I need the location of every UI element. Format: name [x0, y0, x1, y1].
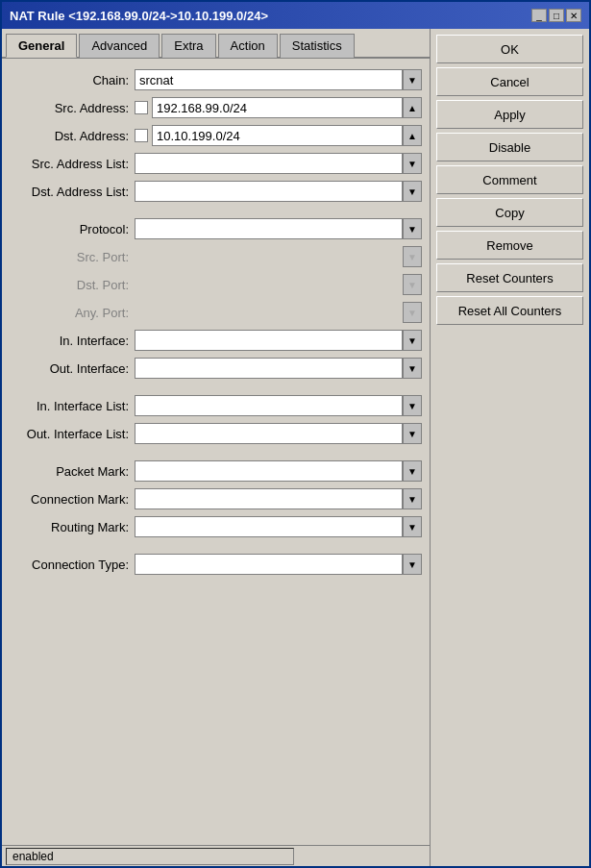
connection-type-label: Connection Type:: [10, 558, 135, 572]
in-interface-dropdown-button[interactable]: ▼: [403, 330, 422, 351]
connection-mark-input[interactable]: [135, 488, 403, 509]
connection-mark-row: Connection Mark: ▼: [10, 487, 422, 510]
tab-general[interactable]: General: [6, 34, 77, 58]
dst-address-checkbox[interactable]: [135, 129, 148, 142]
connection-type-dropdown-button[interactable]: ▼: [403, 554, 422, 575]
chain-input[interactable]: [135, 69, 403, 90]
in-interface-list-input-area: ▼: [135, 395, 422, 416]
dst-port-row: Dst. Port: ▼: [10, 273, 422, 296]
tab-extra[interactable]: Extra: [161, 34, 215, 58]
in-interface-row: In. Interface: ▼: [10, 329, 422, 352]
dst-port-input: [135, 274, 403, 295]
comment-button[interactable]: Comment: [436, 165, 583, 194]
in-interface-list-input[interactable]: [135, 395, 403, 416]
connection-mark-label: Connection Mark:: [10, 492, 135, 507]
packet-mark-dropdown-button[interactable]: ▼: [403, 460, 422, 482]
protocol-input-area: ▼: [135, 218, 422, 239]
apply-button[interactable]: Apply: [436, 100, 583, 129]
out-interface-dropdown-button[interactable]: ▼: [403, 358, 422, 379]
in-interface-list-label: In. Interface List:: [10, 399, 135, 413]
packet-mark-input-area: ▼: [135, 460, 422, 482]
status-text: enabled: [12, 850, 54, 863]
connection-type-input-area: ▼: [135, 554, 422, 575]
dst-address-dropdown-button[interactable]: ▲: [403, 125, 422, 146]
in-interface-list-dropdown-button[interactable]: ▼: [403, 395, 422, 416]
any-port-row: Any. Port: ▼: [10, 301, 422, 324]
copy-button[interactable]: Copy: [436, 198, 583, 227]
packet-mark-input[interactable]: [135, 460, 403, 482]
dst-address-label: Dst. Address:: [10, 129, 135, 143]
protocol-input[interactable]: [135, 218, 403, 239]
connection-type-row: Connection Type: ▼: [10, 553, 422, 576]
in-interface-input[interactable]: [135, 330, 403, 351]
dst-address-list-dropdown-button[interactable]: ▼: [403, 181, 422, 202]
any-port-label: Any. Port:: [10, 306, 135, 320]
dst-address-list-input-area: ▼: [135, 181, 422, 202]
in-interface-label: In. Interface:: [10, 334, 135, 348]
routing-mark-dropdown-button[interactable]: ▼: [403, 516, 422, 537]
maximize-button[interactable]: □: [549, 9, 564, 22]
status-bar: enabled: [2, 845, 430, 866]
in-interface-list-row: In. Interface List: ▼: [10, 394, 422, 417]
out-interface-input-area: ▼: [135, 358, 422, 379]
routing-mark-row: Routing Mark: ▼: [10, 515, 422, 538]
src-address-dropdown-button[interactable]: ▲: [403, 97, 422, 118]
packet-mark-row: Packet Mark: ▼: [10, 459, 422, 483]
out-interface-label: Out. Interface:: [10, 361, 135, 376]
tab-action[interactable]: Action: [218, 34, 278, 58]
dst-address-list-row: Dst. Address List: ▼: [10, 180, 422, 203]
src-address-input[interactable]: [152, 97, 403, 118]
dst-address-list-input[interactable]: [135, 181, 403, 202]
dst-address-list-label: Dst. Address List:: [10, 185, 135, 199]
out-interface-list-row: Out. Interface List: ▼: [10, 422, 422, 445]
routing-mark-input[interactable]: [135, 516, 403, 537]
title-bar-buttons: _ □ ✕: [531, 9, 581, 22]
any-port-input-area: ▼: [135, 302, 422, 323]
chain-input-area: ▼: [135, 69, 422, 90]
connection-mark-dropdown-button[interactable]: ▼: [403, 488, 422, 509]
form-area: Chain: ▼ Src. Address: ▲: [2, 59, 430, 845]
src-address-input-area: ▲: [135, 97, 422, 118]
chain-dropdown-button[interactable]: ▼: [403, 69, 422, 90]
status-text-segment: enabled: [6, 848, 294, 865]
src-address-checkbox[interactable]: [135, 101, 148, 114]
src-address-label: Src. Address:: [10, 101, 135, 115]
connection-type-input[interactable]: [135, 554, 403, 575]
tab-advanced[interactable]: Advanced: [79, 34, 160, 58]
dst-address-input[interactable]: [152, 125, 403, 146]
src-port-input: [135, 246, 403, 267]
out-interface-row: Out. Interface: ▼: [10, 357, 422, 380]
window: NAT Rule <192.168.99.0/24->10.10.199.0/2…: [0, 0, 591, 868]
dst-address-row: Dst. Address: ▲: [10, 124, 422, 147]
ok-button[interactable]: OK: [436, 35, 583, 63]
out-interface-list-input[interactable]: [135, 423, 403, 444]
spacer3: [10, 450, 422, 459]
dst-port-dropdown-button: ▼: [403, 274, 422, 295]
chain-label: Chain:: [10, 73, 135, 87]
src-port-label: Src. Port:: [10, 250, 135, 264]
remove-button[interactable]: Remove: [436, 231, 583, 260]
out-interface-input[interactable]: [135, 358, 403, 379]
connection-mark-input-area: ▼: [135, 488, 422, 509]
reset-all-counters-button[interactable]: Reset All Counters: [436, 296, 583, 325]
minimize-button[interactable]: _: [531, 9, 547, 22]
out-interface-list-dropdown-button[interactable]: ▼: [403, 423, 422, 444]
close-button[interactable]: ✕: [566, 9, 581, 22]
spacer1: [10, 208, 422, 217]
cancel-button[interactable]: Cancel: [436, 67, 583, 96]
protocol-dropdown-button[interactable]: ▼: [403, 218, 422, 239]
disable-button[interactable]: Disable: [436, 133, 583, 161]
dst-port-input-area: ▼: [135, 274, 422, 295]
spacer4: [10, 543, 422, 553]
routing-mark-label: Routing Mark:: [10, 520, 135, 534]
window-title: NAT Rule <192.168.99.0/24->10.10.199.0/2…: [10, 9, 268, 23]
reset-counters-button[interactable]: Reset Counters: [436, 263, 583, 292]
src-address-list-dropdown-button[interactable]: ▼: [403, 153, 422, 174]
out-interface-list-label: Out. Interface List:: [10, 427, 135, 441]
src-address-list-label: Src. Address List:: [10, 157, 135, 171]
src-address-list-input-area: ▼: [135, 153, 422, 174]
protocol-row: Protocol: ▼: [10, 217, 422, 240]
src-address-list-input[interactable]: [135, 153, 403, 174]
tab-statistics[interactable]: Statistics: [280, 34, 355, 58]
title-bar: NAT Rule <192.168.99.0/24->10.10.199.0/2…: [2, 2, 589, 29]
